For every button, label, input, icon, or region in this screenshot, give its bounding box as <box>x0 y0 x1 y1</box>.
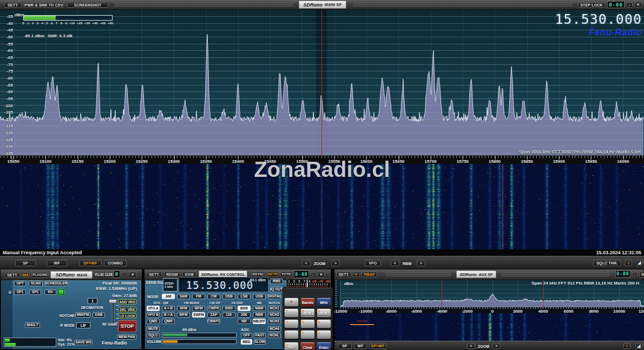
rx-button-nch1[interactable]: NCH1 <box>268 306 281 311</box>
rx-button-vfo-b[interactable]: VFO B <box>147 312 160 318</box>
sp-view-button[interactable]: SP <box>15 260 36 266</box>
rsyn1-button[interactable]: RSYN1 <box>251 272 265 277</box>
close-icon[interactable]: ✕ <box>318 272 325 278</box>
minimize-icon[interactable]: – <box>122 272 127 277</box>
bias-t-button[interactable]: BIAS-T <box>25 322 40 328</box>
keypad-button-7[interactable]: 7 <box>284 308 299 318</box>
minimize-icon[interactable]: – <box>632 272 638 277</box>
sqlc-thr-button[interactable]: SQLC THR. <box>593 260 621 266</box>
rx-button-nbn[interactable]: NBN <box>253 312 266 318</box>
aux-info-button[interactable]: i <box>623 343 630 349</box>
decimation-value[interactable]: 1 <box>88 298 97 304</box>
tctr-button[interactable]: TCTR <box>280 272 292 277</box>
mode-button-lsb[interactable]: LSB <box>238 294 251 299</box>
fmaf-button[interactable]: FMAF <box>362 272 377 277</box>
rx-button-qmr[interactable]: QMR <box>162 319 175 324</box>
main-panel-titlebar[interactable]: SETT. MA PLUGINS SDRuno MAIN V1.42 1128 … <box>1 269 142 280</box>
main-waterfall[interactable]: ZonaRadio.cl <box>0 164 644 249</box>
rx-button-nr[interactable]: NR <box>238 319 251 324</box>
rx-button-nboff[interactable]: NBOFF <box>253 319 266 324</box>
keypad-button-0[interactable]: 0VLF <box>284 342 299 350</box>
nchl-button[interactable]: NCHL <box>268 333 281 338</box>
mctr-button[interactable]: MCTR <box>267 272 279 277</box>
rx-button-6000[interactable]: 6000 <box>222 306 235 311</box>
rx-button-wfm[interactable]: WFM <box>177 312 190 318</box>
close-icon[interactable]: ✕ <box>129 272 136 278</box>
rx-button-b-a[interactable]: B > A <box>162 312 175 318</box>
aux-resize-corner-icon[interactable]: ◢ <box>635 343 642 349</box>
iq-out-button[interactable]: IQ OUT <box>270 287 283 292</box>
rx-button-nch2[interactable]: NCH2 <box>268 312 281 318</box>
keypad-button-3[interactable]: 3 <box>317 330 331 339</box>
keypad-button-6[interactable]: 6 <box>317 319 331 328</box>
rbw-down-button[interactable]: < <box>391 260 399 266</box>
aux-zoom-out-button[interactable]: < <box>467 343 475 349</box>
mute-button[interactable]: MUTE <box>147 326 160 332</box>
stop-button[interactable]: STOP <box>118 320 136 332</box>
aux-zoom-in-button[interactable]: > <box>492 343 501 349</box>
rx-button-20k[interactable]: 20K <box>238 312 251 318</box>
save-ws-button[interactable]: SAVE WS <box>74 340 93 345</box>
rms-button[interactable]: RMS <box>270 279 283 284</box>
keypad-button-4[interactable]: 4 <box>284 319 299 328</box>
nch4-button[interactable]: NCH4 <box>268 326 281 332</box>
zoom-in-button[interactable]: > <box>331 260 340 266</box>
lif-mode-button[interactable]: LIF <box>76 322 90 328</box>
rx-button-vfo-a[interactable]: VFO A <box>147 306 160 311</box>
keypad-button-enter[interactable]: Enter <box>317 342 331 350</box>
exw-button[interactable]: EXW <box>182 272 196 277</box>
mode-button-digital[interactable]: DIGITAL <box>268 294 281 299</box>
keypad-button-8[interactable]: 8UKW1 <box>300 308 315 318</box>
rx-button-mfm[interactable]: MFM <box>192 306 205 311</box>
rx-button-11k[interactable]: 11K <box>222 312 235 318</box>
mode-button-fm[interactable]: FM <box>192 294 205 299</box>
aux-sp-title-plate[interactable]: SDRuno AUX SP <box>456 270 496 278</box>
mode-button-cw[interactable]: CW <box>207 294 220 299</box>
rf-gain-slider-track[interactable] <box>112 300 114 325</box>
mode-button-dsb[interactable]: DSB <box>222 294 235 299</box>
rx-button-swfm[interactable]: SWFM <box>192 312 205 318</box>
agc-med-button[interactable]: MED <box>241 339 252 345</box>
keypad-button-5[interactable]: 5 <box>300 319 315 328</box>
keypad-button-bands[interactable]: Bands <box>300 298 315 307</box>
main-sp-title-plate[interactable]: SDRuno MAIN SP <box>299 1 346 9</box>
info-button[interactable]: i <box>625 260 632 266</box>
rbw-up-button[interactable]: > <box>417 260 425 266</box>
rx-button-nch3[interactable]: NCH3 <box>268 319 281 324</box>
squelch-slider[interactable] <box>162 333 236 338</box>
add-vrx-button[interactable]: ADD VRX <box>118 299 136 305</box>
sp-wf-view-button[interactable]: SP+WF <box>79 260 102 266</box>
aux-settings-button[interactable]: SETT. <box>337 272 351 277</box>
resize-corner-icon[interactable]: ◢ <box>636 260 643 266</box>
main-panel-settings-button[interactable]: SETT. <box>5 272 20 278</box>
f-button[interactable]: F <box>353 272 360 277</box>
ma-button[interactable]: MA <box>22 272 30 278</box>
rx-button-nfm[interactable]: NFM <box>177 306 190 311</box>
lo-lock-button[interactable]: LO LOCK <box>118 313 136 319</box>
main-panel-title-plate[interactable]: SDRuno MAIN <box>50 271 93 279</box>
wf-view-button[interactable]: WF <box>47 260 67 266</box>
keypad-button-1[interactable]: 1 <box>284 330 299 339</box>
main-spectrum-display[interactable] <box>0 10 644 155</box>
aux-sp-wf-view-button[interactable]: SP+WF <box>369 343 386 349</box>
rx-button-8000[interactable]: 8000 <box>238 306 251 311</box>
agc-off-button[interactable]: OFF <box>241 333 252 338</box>
keypad-button-mhz[interactable]: MHz <box>317 298 331 307</box>
screenshot-button[interactable]: SCREENSHOT <box>67 2 108 8</box>
mode-button-usb[interactable]: USB <box>253 294 266 299</box>
minimize-icon[interactable]: – <box>626 2 633 8</box>
rx-button-zap[interactable]: ZAP <box>207 312 220 318</box>
zoom-out-button[interactable]: < <box>302 260 311 266</box>
vfo-button[interactable]: VFO <box>365 260 381 266</box>
rx-button[interactable]: RX <box>44 289 56 295</box>
agc-fast-button[interactable]: FAST <box>254 333 266 338</box>
main-sp-settings-button[interactable]: SETT. <box>4 2 22 8</box>
mode-button-sam[interactable]: SAM <box>177 294 190 299</box>
aux-sp-view-button[interactable]: SP <box>338 343 352 349</box>
opt-button[interactable]: OPT <box>14 281 26 286</box>
sp2-button[interactable]: SP2 <box>29 289 41 295</box>
mw-fm-notch-button[interactable]: MW/FM <box>75 312 90 318</box>
aux-sp-titlebar[interactable]: SETT. F FMAF SDRuno AUX SP 0-00 – ✕ <box>334 269 643 280</box>
scan-button[interactable]: SCAN <box>29 281 43 286</box>
keypad-button-clear[interactable]: Clear <box>300 342 315 350</box>
